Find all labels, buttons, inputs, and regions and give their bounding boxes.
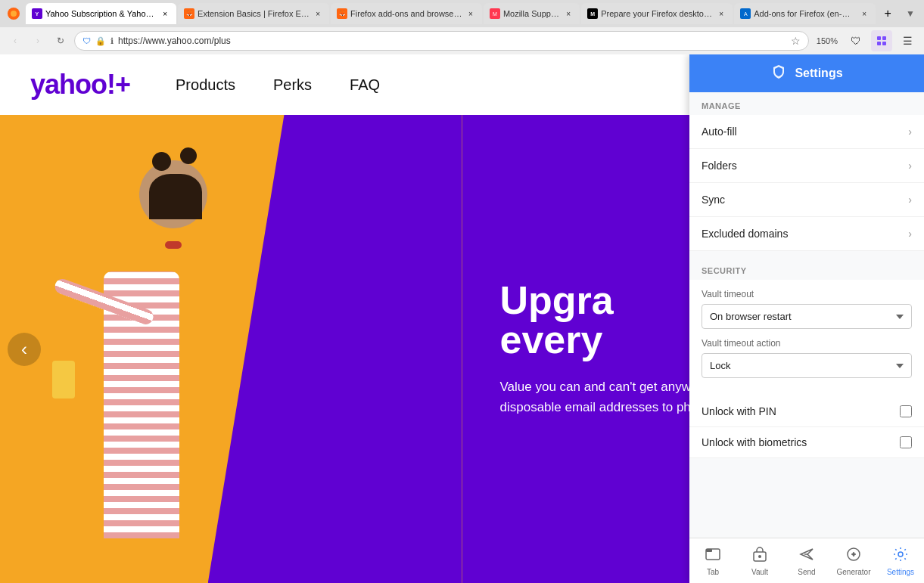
bookmark-star-icon[interactable]: ☆ xyxy=(791,35,801,47)
unlock-pin-checkbox[interactable] xyxy=(900,405,912,417)
reload-button[interactable]: ↻ xyxy=(51,32,70,50)
vault-timeout-field: Vault timeout On browser restart Immedia… xyxy=(702,289,912,338)
svg-rect-3 xyxy=(882,36,886,40)
vault-nav-icon xyxy=(751,546,768,566)
vault-timeout-action-field: Vault timeout action Lock Log out xyxy=(702,338,912,387)
tab-4-title: Mozilla Support xyxy=(503,9,560,18)
vault-timeout-action-select[interactable]: Lock Log out xyxy=(702,353,912,378)
security-icon: 🛡 xyxy=(82,36,91,45)
manage-section-label: MANAGE xyxy=(689,92,924,115)
new-tab-button[interactable]: + xyxy=(877,3,898,24)
vault-timeout-label: Vault timeout xyxy=(702,289,912,299)
extensions-button[interactable] xyxy=(871,30,892,51)
tab-bar-menu-button[interactable]: ▼ xyxy=(900,3,921,24)
settings-nav-icon xyxy=(892,546,909,566)
settings-item-sync[interactable]: Sync › xyxy=(689,183,924,217)
hero-left: ‹ xyxy=(0,115,462,583)
settings-title: Settings xyxy=(795,67,842,80)
carousel-prev-button[interactable]: ‹ xyxy=(8,333,41,366)
bottom-nav-send[interactable]: Send xyxy=(783,538,830,583)
svg-point-12 xyxy=(898,552,903,557)
unlock-pin-row: Unlock with PIN xyxy=(689,396,924,427)
security-section: Vault timeout On browser restart Immedia… xyxy=(689,280,924,396)
shield-button[interactable]: 🛡 xyxy=(845,30,866,51)
bottom-nav-settings[interactable]: Settings xyxy=(877,538,924,583)
unlock-biometrics-row: Unlock with biometrics xyxy=(689,427,924,458)
forward-button[interactable]: › xyxy=(29,32,47,50)
settings-bottom-nav: Tab Vault xyxy=(689,538,924,583)
tab-6-close[interactable]: × xyxy=(859,8,870,19)
bottom-nav-tab[interactable]: Tab xyxy=(689,538,736,583)
settings-nav-label: Settings xyxy=(887,568,914,576)
info-icon: ℹ xyxy=(110,36,114,46)
generator-nav-icon xyxy=(845,546,862,566)
settings-header: Settings xyxy=(689,54,924,92)
browser-tab-6[interactable]: A Add-ons for Firefox (en-GB) × xyxy=(734,3,876,24)
vault-timeout-select[interactable]: On browser restart Immediately 1 minute … xyxy=(702,304,912,329)
excluded-domains-label: Excluded domains xyxy=(702,228,908,240)
unlock-pin-label: Unlock with PIN xyxy=(702,405,776,417)
nav-faq[interactable]: FAQ xyxy=(350,76,380,94)
folders-chevron-icon: › xyxy=(908,160,912,172)
bottom-nav-vault[interactable]: Vault xyxy=(736,538,783,583)
browser-tab-3[interactable]: 🦊 Firefox add-ons and browser... × xyxy=(331,3,482,24)
bottom-nav-generator[interactable]: Generator xyxy=(830,538,877,583)
browser-tab-4[interactable]: M Mozilla Support × xyxy=(484,3,580,24)
main-area: yahoo!+ Products Perks FAQ xyxy=(0,54,924,583)
browser-tab-5[interactable]: M Prepare your Firefox desktop... × xyxy=(581,3,733,24)
yahoo-logo[interactable]: yahoo!+ xyxy=(30,69,130,101)
address-field[interactable]: 🛡 🔒 ℹ https://www.yahoo.com/plus ☆ xyxy=(74,31,809,51)
svg-point-9 xyxy=(758,555,761,558)
browser-tab-1[interactable]: Y Yahoo Subscription & Yahoo... × xyxy=(26,3,176,24)
settings-item-excluded-domains[interactable]: Excluded domains › xyxy=(689,217,924,251)
autofill-chevron-icon: › xyxy=(908,126,912,138)
tab-4-close[interactable]: × xyxy=(563,8,574,19)
tab-bar: Y Yahoo Subscription & Yahoo... × 🦊 Exte… xyxy=(0,0,924,27)
tab-5-title: Prepare your Firefox desktop... xyxy=(601,9,713,18)
settings-body[interactable]: MANAGE Auto-fill › Folders › Sync › Excl… xyxy=(689,92,924,538)
settings-item-autofill[interactable]: Auto-fill › xyxy=(689,115,924,149)
tab-nav-label: Tab xyxy=(707,568,719,576)
send-nav-label: Send xyxy=(798,568,815,576)
vault-nav-label: Vault xyxy=(751,568,768,576)
browser-tab-2[interactable]: 🦊 Extension Basics | Firefox Ex... × xyxy=(178,3,329,24)
hero-person-image xyxy=(0,138,347,583)
svg-rect-2 xyxy=(877,36,881,40)
autofill-label: Auto-fill xyxy=(702,126,908,138)
settings-item-folders[interactable]: Folders › xyxy=(689,149,924,183)
sync-label: Sync xyxy=(702,194,908,206)
unlock-biometrics-label: Unlock with biometrics xyxy=(702,436,807,448)
tab-3-title: Firefox add-ons and browser... xyxy=(350,9,462,18)
browser-app-icon xyxy=(3,3,24,24)
address-bar: ‹ › ↻ 🛡 🔒 ℹ https://www.yahoo.com/plus ☆… xyxy=(0,27,924,54)
tab-5-close[interactable]: × xyxy=(716,8,726,19)
tab-1-close[interactable]: × xyxy=(160,8,170,19)
generator-nav-label: Generator xyxy=(836,568,870,576)
security-section-label: SECURITY xyxy=(689,257,924,280)
unlock-biometrics-checkbox[interactable] xyxy=(900,436,912,448)
tab-nav-icon xyxy=(705,546,721,566)
sync-chevron-icon: › xyxy=(908,194,912,206)
menu-button[interactable]: ☰ xyxy=(897,30,918,51)
nav-perks[interactable]: Perks xyxy=(273,76,312,94)
nav-products[interactable]: Products xyxy=(176,76,235,94)
svg-rect-4 xyxy=(877,42,881,45)
zoom-level: 150% xyxy=(814,35,841,47)
excluded-domains-chevron-icon: › xyxy=(908,228,912,240)
tab-2-title: Extension Basics | Firefox Ex... xyxy=(198,9,310,18)
tab-2-close[interactable]: × xyxy=(313,8,323,19)
yahoo-nav: Products Perks FAQ xyxy=(176,76,380,94)
back-button[interactable]: ‹ xyxy=(6,32,24,50)
browser-chrome: Y Yahoo Subscription & Yahoo... × 🦊 Exte… xyxy=(0,0,924,54)
svg-point-1 xyxy=(11,11,17,17)
tab-3-close[interactable]: × xyxy=(465,8,476,19)
address-text: https://www.yahoo.com/plus xyxy=(118,36,786,46)
send-nav-icon xyxy=(798,546,815,566)
svg-point-11 xyxy=(852,553,855,556)
tab-6-title: Add-ons for Firefox (en-GB) xyxy=(754,9,856,18)
bitwarden-icon xyxy=(770,64,787,84)
lock-icon: 🔒 xyxy=(95,36,106,46)
svg-rect-7 xyxy=(706,549,712,552)
vault-timeout-action-label: Vault timeout action xyxy=(702,338,912,349)
folders-label: Folders xyxy=(702,160,908,172)
